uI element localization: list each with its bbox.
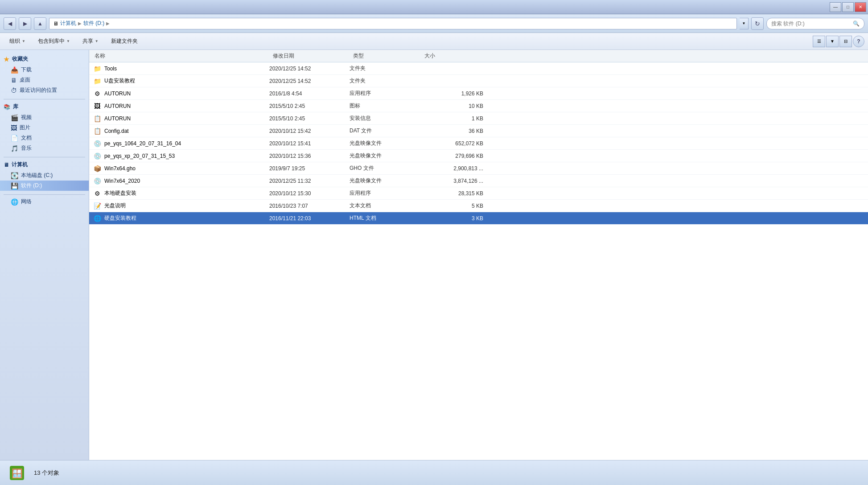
sidebar-library-header[interactable]: 📚 库 — [0, 101, 89, 112]
file-name: 本地硬盘安装 — [104, 189, 269, 197]
file-date: 2015/5/10 2:45 — [269, 115, 350, 122]
file-date: 2020/10/12 15:41 — [269, 140, 350, 147]
table-row[interactable]: 📁 Tools 2020/12/25 14:52 文件夹 — [89, 62, 868, 75]
sidebar-item-drive-c[interactable]: 💽 本地磁盘 (C:) — [0, 170, 89, 181]
sidebar-favorites-header[interactable]: ★ 收藏夹 — [0, 53, 89, 65]
table-row[interactable]: 📁 U盘安装教程 2020/12/25 14:52 文件夹 — [89, 75, 868, 87]
file-name: Win7x64.gho — [104, 165, 269, 172]
file-name: 光盘说明 — [104, 202, 269, 210]
include-arrow: ▼ — [66, 39, 70, 43]
table-row[interactable]: 🌐 硬盘安装教程 2016/11/21 22:03 HTML 文档 3 KB — [89, 212, 868, 225]
sidebar-item-music[interactable]: 🎵 音乐 — [0, 143, 89, 153]
sidebar-library-section: 📚 库 🎬 视频 🖼 图片 📄 文档 🎵 音乐 — [0, 101, 89, 153]
file-name: 硬盘安装教程 — [104, 214, 269, 222]
sidebar-item-network[interactable]: 🌐 网络 — [0, 197, 89, 207]
sidebar-item-video[interactable]: 🎬 视频 — [0, 112, 89, 123]
column-header-date[interactable]: 修改日期 — [271, 50, 351, 62]
file-name: pe_yqs_1064_20_07_31_16_04 — [104, 140, 269, 147]
column-header-type[interactable]: 类型 — [351, 50, 423, 62]
column-header-size[interactable]: 大小 — [423, 50, 485, 62]
new-folder-button[interactable]: 新建文件夹 — [105, 35, 144, 48]
table-row[interactable]: 📦 Win7x64.gho 2019/9/7 19:25 GHO 文件 2,90… — [89, 162, 868, 175]
sidebar-item-recent-label: 最近访问的位置 — [20, 86, 57, 94]
search-input[interactable] — [771, 21, 850, 27]
file-size: 279,696 KB — [421, 153, 483, 159]
file-type: 文件夹 — [350, 65, 421, 72]
file-size: 1 KB — [421, 115, 483, 122]
documents-icon: 📄 — [11, 135, 18, 142]
sidebar-divider-2 — [4, 157, 85, 157]
minimize-button[interactable]: — — [830, 2, 841, 12]
window-controls: — □ ✕ — [830, 2, 866, 12]
maximize-button[interactable]: □ — [842, 2, 854, 12]
sidebar-item-downloads[interactable]: 📥 下载 — [0, 65, 89, 75]
desktop-icon: 🖥 — [11, 77, 17, 84]
file-size: 5 KB — [421, 203, 483, 209]
table-row[interactable]: ⚙ AUTORUN 2016/1/8 4:54 应用程序 1,926 KB — [89, 87, 868, 100]
file-date: 2020/12/25 14:52 — [269, 78, 350, 84]
column-header-name[interactable]: 名称 — [93, 50, 271, 62]
address-dropdown-button[interactable]: ▼ — [740, 18, 749, 29]
table-row[interactable]: 💿 Win7x64_2020 2020/12/25 11:32 光盘映像文件 3… — [89, 175, 868, 187]
view-icon-button[interactable]: ☰ — [813, 36, 825, 47]
file-type-icon: 💿 — [93, 152, 102, 160]
svg-text:🪟: 🪟 — [12, 468, 23, 479]
library-folder-icon: 📚 — [4, 104, 10, 110]
sidebar-item-network-label: 网络 — [21, 198, 32, 206]
close-button[interactable]: ✕ — [855, 2, 866, 12]
up-button[interactable]: ▲ — [34, 17, 46, 30]
refresh-button[interactable]: ↻ — [751, 17, 764, 30]
view-details-button[interactable]: ⊟ — [839, 36, 852, 47]
file-type-icon: 📋 — [93, 127, 102, 136]
table-row[interactable]: 📝 光盘说明 2016/10/23 7:07 文本文档 5 KB — [89, 200, 868, 212]
file-type-icon: 📝 — [93, 201, 102, 210]
file-name: AUTORUN — [104, 103, 269, 109]
help-button[interactable]: ? — [853, 36, 864, 47]
organize-button[interactable]: 组织 ▼ — [4, 35, 31, 48]
file-size: 652,072 KB — [421, 140, 483, 147]
table-row[interactable]: ⚙ 本地硬盘安装 2020/10/12 15:30 应用程序 28,315 KB — [89, 187, 868, 200]
file-type-icon: 📁 — [93, 77, 102, 86]
sidebar-item-drive-d[interactable]: 💾 软件 (D:) — [0, 181, 89, 191]
back-button[interactable]: ◀ — [4, 17, 16, 30]
file-name: Config.dat — [104, 128, 269, 134]
computer-label: 计算机 — [12, 161, 28, 169]
breadcrumb-drive[interactable]: 软件 (D:) — [83, 20, 104, 27]
file-size: 2,900,813 ... — [421, 165, 483, 172]
view-list-button[interactable]: ▼ — [826, 36, 839, 47]
downloads-icon: 📥 — [11, 66, 18, 74]
file-list: 📁 Tools 2020/12/25 14:52 文件夹 📁 U盘安装教程 20… — [89, 62, 868, 460]
sidebar-item-desktop[interactable]: 🖥 桌面 — [0, 75, 89, 85]
address-bar: ◀ ▶ ▲ 🖥 计算机 ▶ 软件 (D:) ▶ ▼ ↻ 🔍 — [0, 14, 868, 33]
file-type-icon: 🖼 — [93, 102, 102, 111]
sidebar-item-recent[interactable]: ⏱ 最近访问的位置 — [0, 85, 89, 95]
file-type-icon: 📦 — [93, 164, 102, 173]
forward-button[interactable]: ▶ — [19, 17, 31, 30]
search-bar[interactable]: 🔍 — [766, 18, 864, 29]
share-button[interactable]: 共享 ▼ — [77, 35, 104, 48]
file-date: 2016/11/21 22:03 — [269, 215, 350, 222]
file-name: AUTORUN — [104, 115, 269, 122]
table-row[interactable]: 💿 pe_yqs_1064_20_07_31_16_04 2020/10/12 … — [89, 137, 868, 150]
sidebar-item-desktop-label: 桌面 — [20, 76, 30, 84]
computer-icon: 🖥 — [53, 21, 58, 27]
status-count: 13 个对象 — [34, 469, 59, 477]
sidebar-computer-header[interactable]: 🖥 计算机 — [0, 159, 89, 170]
sidebar-item-pictures[interactable]: 🖼 图片 — [0, 123, 89, 133]
file-type: 应用程序 — [350, 90, 421, 97]
include-library-button[interactable]: 包含到库中 ▼ — [32, 35, 76, 48]
file-size: 36 KB — [421, 128, 483, 134]
table-row[interactable]: 🖼 AUTORUN 2015/5/10 2:45 图标 10 KB — [89, 100, 868, 112]
file-size: 3 KB — [421, 215, 483, 222]
file-name: pe_yqs_xp_20_07_31_15_53 — [104, 153, 269, 159]
table-row[interactable]: 📋 AUTORUN 2015/5/10 2:45 安装信息 1 KB — [89, 112, 868, 125]
table-row[interactable]: 📋 Config.dat 2020/10/12 15:42 DAT 文件 36 … — [89, 125, 868, 137]
view-buttons: ☰ ▼ ⊟ — [813, 36, 852, 47]
file-type: HTML 文档 — [350, 214, 421, 222]
breadcrumb-computer[interactable]: 计算机 — [60, 20, 76, 27]
file-type: 图标 — [350, 102, 421, 110]
file-type: 光盘映像文件 — [350, 140, 421, 147]
table-row[interactable]: 💿 pe_yqs_xp_20_07_31_15_53 2020/10/12 15… — [89, 150, 868, 162]
file-type-icon: 🌐 — [93, 214, 102, 223]
sidebar-item-documents[interactable]: 📄 文档 — [0, 133, 89, 143]
